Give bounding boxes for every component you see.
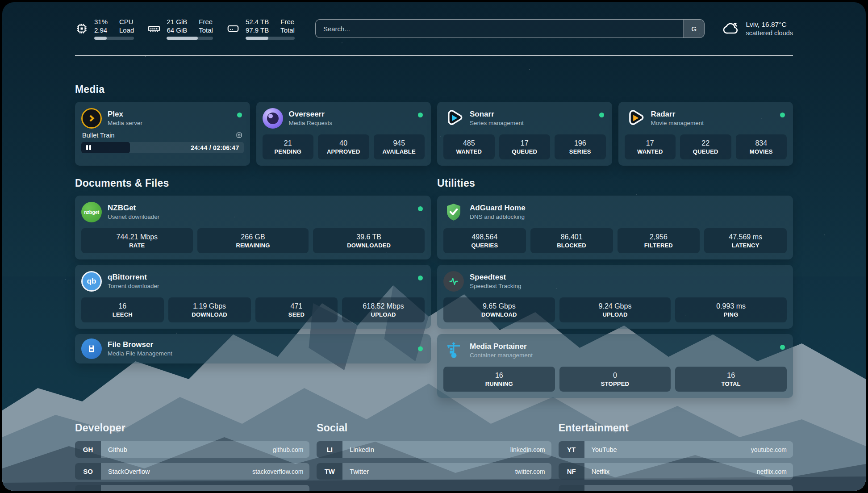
stat-label: DOWNLOADED (316, 242, 422, 250)
stat-box: 1.19 Gbps DOWNLOAD (168, 297, 251, 322)
status-online-dot (418, 347, 423, 351)
portainer-card[interactable]: Media Portainer Container management 16 … (437, 334, 793, 398)
bookmarks-social: Social LI LinkedIn linkedin.com TW Twitt… (317, 422, 551, 491)
app-title: Radarr (651, 109, 704, 119)
app-description: Speedtest Tracking (470, 282, 522, 290)
stat-box: 744.21 Mbps RATE (81, 228, 193, 253)
nzbget-card[interactable]: nzbget NZBGet Usenet downloader 744.21 M… (75, 196, 431, 259)
stat-value: 17 (502, 138, 548, 148)
stat-label: UPLOAD (345, 311, 422, 319)
search-input[interactable] (316, 20, 684, 38)
bookmark-youtube[interactable]: YT YouTube youtube.com (559, 441, 793, 458)
weather-location-temp: Lviv, 16.87°C (746, 20, 793, 29)
storage-progress-bar (246, 37, 295, 40)
stat-value: 22 (683, 138, 729, 148)
adguard-card[interactable]: AdGuard Home DNS and adblocking 498,564 … (437, 196, 793, 259)
settings-icon[interactable] (235, 131, 243, 139)
bookmark-dev[interactable]: DT DEV dev.to (75, 485, 309, 491)
pause-icon[interactable] (86, 145, 91, 150)
stat-value: 498,564 (446, 232, 523, 242)
stat-value: 47.569 ms (707, 232, 784, 242)
stat-value: 471 (258, 301, 335, 311)
memory-total-label: Total (199, 26, 213, 34)
stat-value: 39.6 TB (316, 232, 422, 242)
stat-label: DOWNLOAD (171, 311, 248, 319)
cpu-widget: 31% 2.94 CPU Load (75, 17, 134, 40)
stat-value: 86,401 (533, 232, 610, 242)
bookmark-reddit[interactable]: RE Reddit reddit.com (559, 485, 793, 491)
bookmark-netflix[interactable]: NF Netflix netflix.com (559, 463, 793, 480)
app-description: Series management (470, 119, 524, 127)
plex-icon (81, 108, 102, 129)
storage-total-label: Total (280, 26, 295, 34)
media-section-title: Media (75, 84, 793, 96)
stat-value: 16 (678, 371, 784, 380)
app-description: DNS and adblocking (470, 213, 526, 221)
stat-value: 485 (446, 138, 492, 148)
radarr-card[interactable]: Radarr Movie management 17 WANTED 22 QUE… (618, 102, 793, 166)
stat-label: QUERIES (446, 242, 523, 250)
bookmark-stackoverflow[interactable]: SO StackOverflow stackoverflow.com (75, 463, 309, 480)
status-online-dot (418, 276, 423, 280)
bookmark-twitter[interactable]: TW Twitter twitter.com (317, 463, 551, 480)
storage-free-value: 52.4 TB (246, 17, 269, 26)
memory-progress-bar (167, 37, 213, 40)
status-online-dot (780, 113, 785, 117)
stat-box: 16 LEECH (81, 297, 164, 322)
nzbget-icon: nzbget (81, 202, 102, 222)
bookmark-name: Reddit (592, 490, 610, 491)
search-bar[interactable]: G (315, 19, 705, 38)
plex-card[interactable]: Plex Media server Bullet Train (75, 102, 250, 166)
stat-value: 16 (446, 371, 552, 380)
plex-now-playing: Bullet Train 24:44 / 02:06:47 (81, 129, 244, 153)
bookmark-abbr: DT (75, 485, 101, 491)
bookmark-github[interactable]: GH Github github.com (75, 441, 309, 458)
stat-label: QUEUED (502, 148, 548, 156)
app-title: Media Portainer (470, 342, 533, 351)
status-online-dot (418, 113, 423, 117)
app-title: Overseerr (289, 109, 333, 119)
top-bar: 31% 2.94 CPU Load (75, 16, 793, 42)
bookmark-name: YouTube (592, 446, 617, 453)
stat-box: 0.993 ms PING (675, 297, 787, 322)
weather-widget: Lviv, 16.87°C scattered clouds (722, 20, 793, 38)
storage-free-label: Free (280, 17, 295, 26)
speedtest-card[interactable]: Speedtest Speedtest Tracking 9.65 Gbps D… (437, 265, 793, 329)
playback-played-segment (81, 142, 130, 153)
sonarr-card[interactable]: Sonarr Series management 485 WANTED 17 Q… (437, 102, 612, 166)
app-description: Media server (108, 119, 142, 127)
overseerr-icon (263, 108, 283, 129)
bookmark-linkedin[interactable]: LI LinkedIn linkedin.com (317, 441, 551, 458)
filebrowser-card[interactable]: File Browser Media File Management (75, 334, 431, 363)
stat-label: TOTAL (678, 380, 784, 388)
stat-box: 9.65 Gbps DOWNLOAD (443, 297, 555, 322)
documents-section-title: Documents & Files (75, 177, 431, 189)
search-engine-button[interactable]: G (683, 20, 704, 38)
utilities-section-title: Utilities (437, 177, 793, 189)
cpu-progress-fill (94, 37, 107, 40)
memory-free-label: Free (199, 17, 213, 26)
stat-box: 16 RUNNING (443, 367, 555, 392)
bookmarks-developer: Developer GH Github github.com SO StackO… (75, 422, 309, 491)
overseerr-card[interactable]: Overseerr Media Requests 21 PENDING 40 A… (256, 102, 431, 166)
bookmark-url: netflix.com (757, 468, 787, 475)
stat-box: 834 MOVIES (736, 134, 787, 159)
bookmark-abbr: NF (559, 463, 584, 480)
stat-value: 1.19 Gbps (171, 301, 248, 311)
storage-widget: 52.4 TB 97.9 TB Free Total (226, 17, 295, 40)
now-playing-title: Bullet Train (82, 132, 115, 139)
stat-box: 17 WANTED (625, 134, 676, 159)
stat-label: WANTED (446, 148, 492, 156)
stat-label: RUNNING (446, 380, 552, 388)
qbittorrent-card[interactable]: qb qBittorrent Torrent downloader 16 LEE… (75, 265, 431, 329)
playback-time: 24:44 / 02:06:47 (191, 144, 239, 151)
stat-value: 834 (739, 138, 785, 148)
cpu-load-label: Load (119, 26, 134, 34)
stat-value: 945 (376, 138, 422, 148)
stat-value: 744.21 Mbps (84, 232, 190, 242)
stat-value: 2,956 (620, 232, 697, 242)
bookmark-url: twitter.com (515, 468, 545, 475)
app-description: Container management (470, 351, 533, 359)
playback-progress-bar[interactable]: 24:44 / 02:06:47 (81, 142, 244, 153)
stat-value: 266 GB (200, 232, 306, 242)
